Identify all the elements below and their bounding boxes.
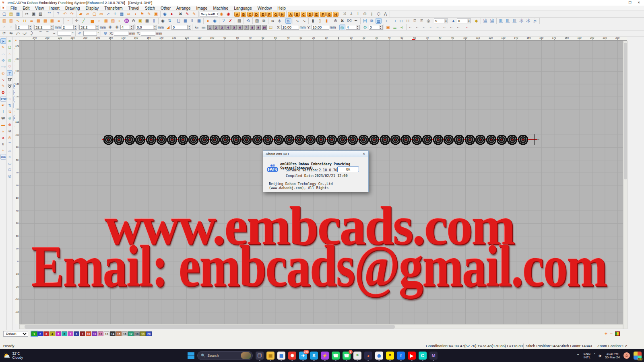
sequin-d-button[interactable]: D (307, 12, 313, 17)
sequin-17[interactable] (273, 134, 284, 145)
wave-a-icon[interactable]: ㎞ (194, 25, 200, 30)
eye-icon[interactable]: ◉ (160, 18, 166, 24)
menu-language[interactable]: Language (231, 6, 255, 11)
color-chip-7[interactable]: 7 (68, 331, 73, 336)
flip-h-icon[interactable]: ⇋ (8, 31, 14, 36)
menu-file[interactable]: File (8, 6, 20, 11)
volume-icon[interactable]: 🕪 (599, 353, 601, 358)
ball-orange-icon[interactable]: ● (205, 18, 211, 24)
y2-input[interactable] (141, 31, 155, 36)
polygon-fill-icon[interactable]: ▢ (91, 11, 97, 17)
menu-other[interactable]: Other (158, 6, 173, 11)
net-icon[interactable]: ▦ (103, 18, 109, 24)
copy-icon[interactable]: ▣ (31, 11, 37, 17)
chat-icon[interactable]: ❝ (353, 352, 361, 360)
color-chip-1[interactable]: 1 (31, 331, 37, 336)
fence-icon[interactable]: ⫲ (369, 11, 375, 17)
heart-icon[interactable]: ♡ (7, 64, 12, 70)
sequin-d-button[interactable]: D (254, 12, 259, 17)
angle-a-icon[interactable]: ▲ (450, 18, 456, 24)
ellipse-shape-icon[interactable]: ○ (7, 154, 12, 160)
grid-b-icon[interactable]: ⁘ (8, 25, 14, 30)
spinner-buttons[interactable]: ▲▼ (444, 19, 448, 23)
sequin-25[interactable] (358, 134, 369, 145)
preset-3-button[interactable]: 3 (219, 25, 225, 30)
rotate-r-icon[interactable]: ⤻ (22, 31, 28, 36)
pen2-icon[interactable]: ✎ (184, 11, 190, 17)
flag-icon[interactable]: ⚑ (139, 11, 145, 17)
chrome-icon[interactable]: ◉ (375, 352, 383, 360)
skew-icon[interactable]: ✐ (77, 31, 83, 36)
menu-view[interactable]: View (32, 6, 47, 11)
sequin-29[interactable] (400, 134, 411, 145)
select-tool-icon[interactable]: ➤ (0, 38, 6, 44)
updown3-icon[interactable]: ⇅ (7, 109, 12, 115)
text-path-icon[interactable]: I (355, 11, 361, 17)
hook-icon[interactable]: ʔ (221, 18, 227, 24)
corner1-icon[interactable]: ↘ (294, 18, 300, 24)
menu-transform[interactable]: Transform (101, 6, 125, 11)
sequin-ball-icon[interactable]: ◉ (219, 11, 225, 17)
whatsapp-icon[interactable]: ☎ (332, 352, 340, 360)
store-icon[interactable]: ▦ (277, 352, 285, 360)
firefox-icon[interactable]: ◕ (364, 352, 372, 360)
arc-shape-icon[interactable]: ⌒ (7, 141, 12, 147)
fire-icon[interactable]: ♒ (124, 18, 130, 24)
beads1-icon[interactable]: ⁖ (7, 90, 12, 95)
sequin-b-button[interactable]: B (241, 12, 246, 17)
peak-icon[interactable]: ⋀ (382, 11, 388, 17)
offset-input[interactable] (136, 25, 153, 30)
sequin-22[interactable] (326, 134, 337, 145)
frame-icon[interactable]: ▣ (153, 11, 159, 17)
line-tool-icon[interactable]: ↗ (105, 11, 111, 17)
trophy1-icon[interactable]: 亗 (482, 18, 488, 24)
recycle-icon[interactable]: ♻ (362, 25, 368, 30)
save-icon[interactable]: ▦ (15, 11, 21, 17)
count-input[interactable] (120, 25, 130, 30)
sequin-39[interactable] (507, 134, 518, 145)
angle2-input[interactable] (171, 25, 188, 30)
refresh-icon[interactable]: ⟲ (245, 18, 251, 24)
sequin-30[interactable] (411, 134, 422, 145)
color-chip-20[interactable]: 20 (146, 331, 152, 336)
stitch-num-input[interactable] (17, 25, 29, 30)
leaf-icon[interactable]: ◗ (132, 11, 138, 17)
palette-zoom-in-button[interactable]: + (605, 331, 607, 336)
color-chip-10[interactable]: 10 (86, 331, 91, 336)
pen3-icon[interactable]: ✎ (191, 11, 197, 17)
preset-5-button[interactable]: 5 (231, 25, 237, 30)
spinner-buttons[interactable]: ▲▼ (188, 25, 191, 30)
sequin-11[interactable] (209, 134, 220, 145)
ring-icon[interactable]: ◎ (339, 25, 345, 30)
slash-tool-icon[interactable]: ╱ (80, 18, 87, 24)
lock-color-icon[interactable]: ▮ (324, 18, 330, 24)
undo-icon[interactable]: ↶ (62, 11, 68, 17)
ruler-icon[interactable]: ▬ (0, 122, 6, 128)
menu-insert[interactable]: Insert (47, 6, 62, 11)
shield-icon[interactable]: ▣ (137, 18, 143, 24)
wifi-icon[interactable]: 𝄒 (594, 353, 595, 358)
horizontal-scrollbar[interactable] (19, 324, 623, 329)
color-wheel-icon[interactable]: ❂ (0, 90, 6, 95)
x-input[interactable] (281, 25, 299, 30)
motif-icon[interactable]: ∞ (126, 11, 132, 17)
esc-icon[interactable]: ESC (0, 154, 6, 160)
zigzag1-icon[interactable]: ▥ (1, 18, 7, 24)
wm1-icon[interactable]: ⍶ (0, 128, 6, 134)
menu-machine[interactable]: Machine (210, 6, 231, 11)
cup1-icon[interactable]: 皿 (498, 18, 504, 24)
percent-icon[interactable]: ▨ (254, 18, 260, 24)
new-icon[interactable]: ▢ (1, 11, 7, 17)
updown-icon[interactable]: ⇅ (285, 18, 291, 24)
delete-box-icon[interactable]: ⌧ (346, 18, 352, 24)
close-button[interactable]: ✕ (634, 0, 643, 5)
whatsapp-biz-icon[interactable]: ☎1 (343, 352, 351, 360)
spinner-buttons[interactable]: ▲▼ (356, 25, 360, 30)
zigzag3-icon[interactable]: ∿ (15, 18, 21, 24)
sequin-h-button[interactable]: H (279, 12, 285, 17)
color-chip-11[interactable]: 11 (92, 331, 97, 336)
kakao-icon[interactable]: ❝ (386, 352, 394, 360)
zigzag-pen-icon[interactable]: ∿ (0, 77, 6, 82)
spinner-buttons[interactable]: ▲▼ (153, 25, 157, 30)
snow-icon[interactable]: ⊛ (332, 18, 339, 24)
